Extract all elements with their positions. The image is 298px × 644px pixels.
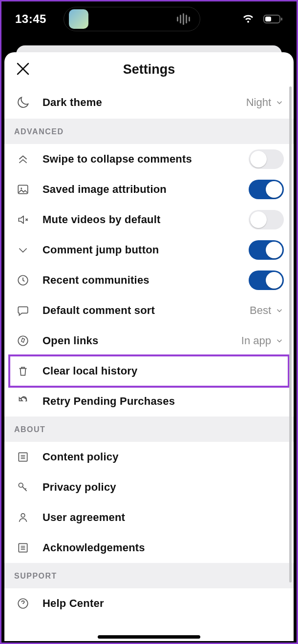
row-retry-purchases[interactable]: Retry Pending Purchases (4, 386, 294, 416)
home-indicator[interactable] (98, 635, 200, 639)
row-label: Swipe to collapse comments (43, 153, 192, 166)
person-icon (14, 511, 32, 524)
row-label: Retry Pending Purchases (43, 395, 175, 408)
battery-icon (263, 14, 283, 24)
row-value: Best (250, 304, 271, 317)
wifi-icon (242, 14, 255, 24)
row-value: In app (241, 334, 271, 347)
row-label: Mute videos by default (43, 213, 161, 226)
row-label: Saved image attribution (43, 183, 167, 196)
svg-rect-2 (281, 18, 282, 21)
row-privacy-policy[interactable]: Privacy policy (4, 472, 294, 502)
row-comment-jump[interactable]: Comment jump button (4, 235, 294, 265)
settings-list[interactable]: Dark theme Night ADVANCED Swipe to colla… (4, 86, 294, 641)
row-label: Recent communities (43, 274, 149, 287)
scrollbar[interactable] (289, 86, 292, 582)
toggle-swipe-collapse[interactable] (249, 149, 284, 169)
row-swipe-collapse[interactable]: Swipe to collapse comments (4, 144, 294, 174)
trash-icon (14, 365, 32, 377)
section-advanced: ADVANCED (4, 119, 294, 144)
row-open-links[interactable]: Open links In app (4, 326, 294, 356)
row-label: Default comment sort (43, 304, 155, 317)
status-time: 13:45 (15, 12, 46, 26)
toggle-comment-jump[interactable] (249, 240, 284, 260)
settings-sheet: Settings Dark theme Night ADVANCED (4, 52, 294, 641)
row-label: User agreement (43, 511, 125, 524)
row-value: Night (246, 96, 271, 109)
image-icon (14, 183, 32, 196)
row-label: Help Center (43, 597, 104, 610)
row-saved-attribution[interactable]: Saved image attribution (4, 174, 294, 205)
chevron-down-icon (275, 336, 284, 345)
row-acknowledgements[interactable]: Acknowledgements (4, 533, 294, 563)
row-dark-theme[interactable]: Dark theme Night (4, 86, 294, 119)
row-label: Open links (43, 334, 98, 347)
refresh-icon (14, 395, 32, 408)
compass-icon (14, 334, 32, 347)
section-support: SUPPORT (4, 563, 294, 588)
clock-icon (14, 274, 32, 287)
chevron-down-icon (275, 306, 284, 315)
page-title: Settings (4, 62, 294, 77)
toggle-mute-videos[interactable] (249, 210, 284, 229)
close-button[interactable] (13, 59, 33, 79)
row-label: Comment jump button (43, 244, 159, 256)
row-recent-communities[interactable]: Recent communities (4, 265, 294, 295)
row-mute-videos[interactable]: Mute videos by default (4, 205, 294, 235)
help-circle-icon (14, 597, 32, 610)
key-icon (14, 481, 32, 494)
close-icon (16, 62, 30, 76)
row-default-sort[interactable]: Default comment sort Best (4, 295, 294, 326)
sheet-header: Settings (4, 52, 294, 86)
speaker-mute-icon (14, 213, 32, 226)
audio-waveform-icon (177, 13, 190, 25)
row-label: Content policy (43, 451, 119, 463)
row-clear-history[interactable]: Clear local history (4, 356, 294, 386)
document-list-icon (14, 541, 32, 554)
row-label: Dark theme (43, 96, 102, 109)
svg-point-6 (18, 336, 28, 346)
svg-rect-3 (18, 185, 28, 193)
row-label: Acknowledgements (43, 541, 145, 554)
chat-bubble-icon (14, 304, 32, 317)
svg-point-8 (19, 483, 23, 487)
section-about: ABOUT (4, 416, 294, 442)
row-user-agreement[interactable]: User agreement (4, 502, 294, 533)
svg-point-9 (21, 514, 25, 518)
chevron-down-icon (14, 244, 32, 256)
dynamic-island[interactable] (64, 7, 200, 31)
row-help-center[interactable]: Help Center (4, 588, 294, 619)
double-chevron-up-icon (14, 153, 32, 166)
chevron-down-icon (275, 98, 284, 107)
row-content-policy[interactable]: Content policy (4, 442, 294, 472)
row-label: Privacy policy (43, 481, 116, 494)
toggle-recent-communities[interactable] (249, 270, 284, 290)
svg-point-4 (21, 187, 22, 189)
status-bar: 13:45 (1, 1, 297, 37)
svg-rect-1 (265, 17, 271, 21)
moon-icon (14, 96, 32, 109)
island-app-icon (69, 9, 88, 29)
phone-frame: 13:45 Settings (0, 0, 298, 644)
document-list-icon (14, 451, 32, 463)
row-label: Clear local history (43, 365, 138, 377)
toggle-saved-attribution[interactable] (249, 180, 284, 199)
